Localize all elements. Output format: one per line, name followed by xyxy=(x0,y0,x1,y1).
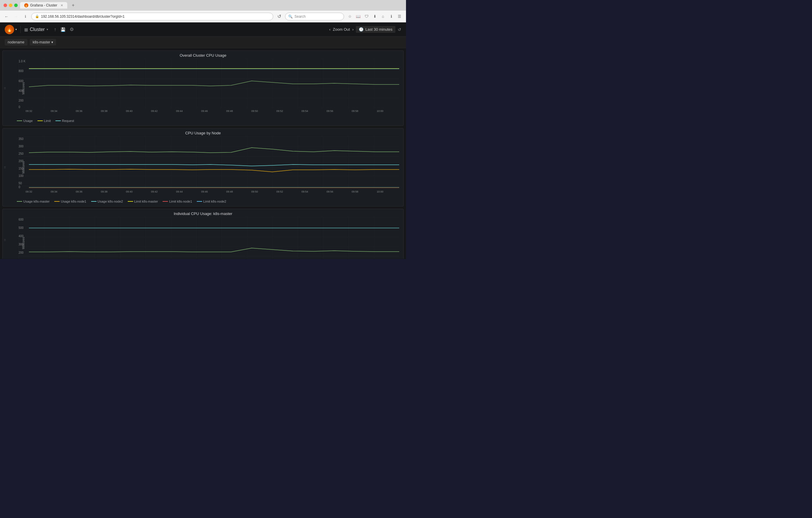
svg-text:300: 300 xyxy=(19,145,24,148)
zoom-out-label[interactable]: Zoom Out xyxy=(333,27,350,32)
reload-button[interactable]: ↺ xyxy=(276,13,283,20)
svg-text:09:40: 09:40 xyxy=(126,190,133,193)
svg-text:09:32: 09:32 xyxy=(26,190,32,193)
svg-text:09:46: 09:46 xyxy=(201,190,208,193)
svg-text:350: 350 xyxy=(19,137,24,141)
svg-text:09:52: 09:52 xyxy=(277,110,283,112)
svg-text:09:56: 09:56 xyxy=(327,110,334,112)
svg-text:09:44: 09:44 xyxy=(176,190,183,193)
svg-text:200: 200 xyxy=(19,99,24,102)
grafana-logo-dropdown[interactable]: ▾ xyxy=(16,28,17,31)
download-button[interactable]: ⬇ xyxy=(371,13,378,20)
dashboard-settings-button[interactable]: ⚙ xyxy=(69,27,74,32)
address-bar[interactable]: 🔒 192.168.56.105:32314/dashboard/db/clus… xyxy=(31,13,273,20)
legend-usage-k8s-node1: Usage k8s-node1 xyxy=(54,200,86,203)
overall-cpu-chart-container: Millicores 1.0 K 800 xyxy=(3,59,403,126)
dashboard-dropdown-arrow[interactable]: ▾ xyxy=(47,28,48,31)
help-button[interactable]: ℹ xyxy=(388,13,395,20)
svg-text:09:34: 09:34 xyxy=(51,110,58,112)
svg-text:09:54: 09:54 xyxy=(301,110,308,112)
svg-text:1.0 K: 1.0 K xyxy=(19,60,26,63)
url-text: 192.168.56.105:32314/dashboard/db/cluste… xyxy=(41,15,124,19)
svg-text:500: 500 xyxy=(19,226,24,229)
svg-text:250: 250 xyxy=(19,152,24,155)
maximize-window-button[interactable] xyxy=(14,4,18,7)
filter-dropdown-arrow: ▾ xyxy=(51,40,53,44)
refresh-button[interactable]: ↺ xyxy=(398,27,401,32)
header-divider xyxy=(20,26,21,33)
browser-titlebar: 🔥 Grafana - Cluster ✕ + xyxy=(0,0,406,11)
legend-limit-node1-line xyxy=(163,201,168,202)
dashboard-title: ▦ Cluster ▾ xyxy=(24,27,48,32)
clock-icon: 🕐 xyxy=(359,27,364,32)
legend-limit-k8s-master: Limit k8s-master xyxy=(128,200,158,203)
legend-usage-master-line xyxy=(17,201,22,202)
svg-text:09:42: 09:42 xyxy=(151,190,158,193)
overall-cpu-legend: Usage Limit Request xyxy=(5,118,401,123)
legend-usage-node1-label: Usage k8s-node1 xyxy=(61,200,86,203)
legend-limit-label: Limit xyxy=(44,119,51,122)
zoom-out-right-button[interactable]: › xyxy=(352,27,353,32)
tab-title: Grafana - Cluster xyxy=(30,3,57,7)
svg-text:100: 100 xyxy=(19,174,24,178)
individual-cpu-panel: ⠿ Individual CPU Usage: k8s-master Milli… xyxy=(2,209,404,259)
browser-tab[interactable]: 🔥 Grafana - Cluster ✕ xyxy=(20,2,67,8)
info-button[interactable]: ℹ xyxy=(22,13,29,20)
svg-text:09:36: 09:36 xyxy=(76,190,83,193)
zoom-out-left-button[interactable]: ‹ xyxy=(329,27,330,32)
svg-text:0: 0 xyxy=(19,186,20,189)
overall-cpu-chart-svg: 1.0 K 800 600 400 200 0 09:32 xyxy=(17,59,401,118)
legend-request-label: Request xyxy=(62,119,74,122)
menu-button[interactable]: ☰ xyxy=(396,13,403,20)
search-placeholder: Search xyxy=(294,15,306,19)
legend-request: Request xyxy=(55,119,74,122)
forward-button[interactable]: → xyxy=(12,13,20,20)
close-window-button[interactable] xyxy=(3,4,7,7)
home-button[interactable]: ⌂ xyxy=(379,13,386,20)
nodename-filter-value[interactable]: k8s-master ▾ xyxy=(30,39,56,46)
filter-bar: nodename k8s-master ▾ xyxy=(0,37,406,48)
overall-cpu-usage-panel: ⠿ Overall Cluster CPU Usage Millicores xyxy=(2,51,404,126)
tab-favicon: 🔥 xyxy=(24,3,28,7)
svg-text:09:44: 09:44 xyxy=(176,110,183,112)
time-range-label: Last 30 minutes xyxy=(365,27,393,32)
bookmark-button[interactable]: ☆ xyxy=(346,13,353,20)
dashboard-name-label: Cluster xyxy=(30,27,45,32)
time-range-picker[interactable]: 🕐 Last 30 minutes xyxy=(356,26,395,33)
svg-text:09:50: 09:50 xyxy=(252,110,258,112)
svg-text:09:58: 09:58 xyxy=(352,190,358,193)
legend-limit-k8s-node1: Limit k8s-node1 xyxy=(163,200,192,203)
browser-nav-actions: ☆ 📖 🛡 ⬇ ⌂ ℹ ☰ xyxy=(346,13,403,20)
browser-search-bar[interactable]: 🔍 Search xyxy=(285,13,344,20)
grafana-logo[interactable]: 🔥 xyxy=(5,25,14,34)
time-controls: ‹ Zoom Out › 🕐 Last 30 minutes ↺ xyxy=(329,26,401,33)
legend-limit-node2-label: Limit k8s-node2 xyxy=(203,200,226,203)
svg-text:600: 600 xyxy=(19,218,24,221)
individual-cpu-chart-container: Millicores 600 500 400 300 200 xyxy=(3,217,403,259)
svg-text:09:36: 09:36 xyxy=(76,110,83,112)
svg-text:09:58: 09:58 xyxy=(352,110,358,112)
tab-close-button[interactable]: ✕ xyxy=(60,4,63,7)
legend-limit-line xyxy=(37,120,43,121)
cpu-by-node-chart-container: Millicores 350 300 250 200 150 100 50 0 xyxy=(3,136,403,206)
svg-text:09:38: 09:38 xyxy=(101,110,108,112)
svg-text:09:52: 09:52 xyxy=(277,190,283,193)
svg-text:09:54: 09:54 xyxy=(301,190,308,193)
back-button[interactable]: ← xyxy=(3,13,10,20)
svg-text:09:50: 09:50 xyxy=(252,190,258,193)
svg-text:09:48: 09:48 xyxy=(226,190,233,193)
individual-cpu-panel-title: Individual CPU Usage: k8s-master xyxy=(3,209,403,217)
shield-button[interactable]: 🛡 xyxy=(363,13,370,20)
svg-text:200: 200 xyxy=(19,251,24,254)
share-dashboard-button[interactable]: ↑ xyxy=(54,27,56,32)
reading-list-button[interactable]: 📖 xyxy=(355,13,362,20)
nodename-filter-label: nodename xyxy=(5,39,27,46)
minimize-window-button[interactable] xyxy=(9,4,12,7)
svg-text:09:42: 09:42 xyxy=(151,110,158,112)
individual-cpu-y-axis-label: Millicores xyxy=(22,237,25,249)
legend-limit: Limit xyxy=(37,119,51,122)
svg-text:09:38: 09:38 xyxy=(101,190,108,193)
browser-navbar: ← → ℹ 🔒 192.168.56.105:32314/dashboard/d… xyxy=(0,11,406,23)
save-dashboard-button[interactable]: 💾 xyxy=(60,27,65,32)
new-tab-button[interactable]: + xyxy=(69,2,77,9)
